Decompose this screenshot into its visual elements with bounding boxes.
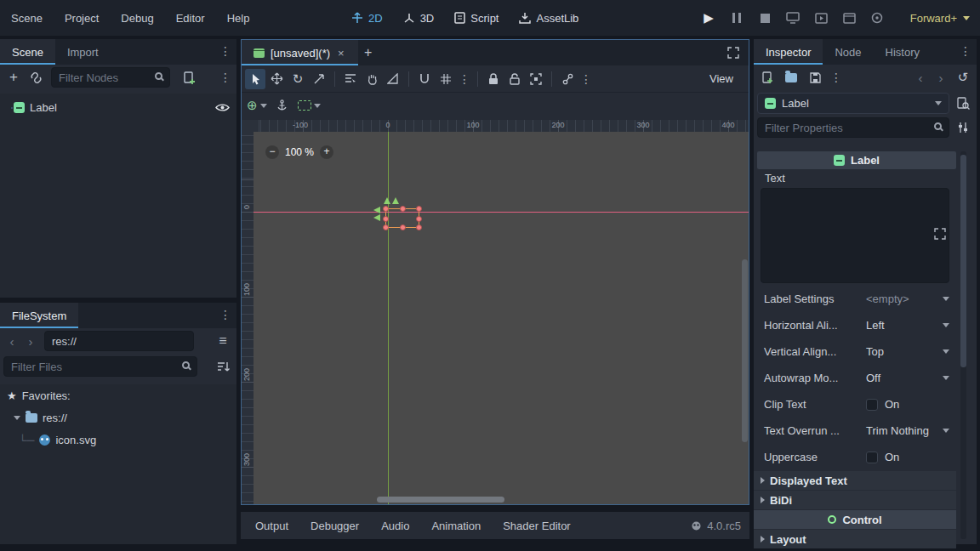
selection-handle[interactable] xyxy=(416,216,422,222)
editor-2d-button[interactable]: 2D xyxy=(345,5,390,31)
text-property-field[interactable] xyxy=(761,188,949,283)
anchor-button[interactable] xyxy=(272,95,293,116)
filter-files-input[interactable] xyxy=(3,356,197,377)
selection-handle[interactable] xyxy=(400,224,406,230)
remote-debug-button[interactable] xyxy=(783,9,802,27)
selection-handle[interactable] xyxy=(383,224,389,230)
new-resource-button[interactable] xyxy=(757,67,778,88)
scene-tree-row-label[interactable]: Label xyxy=(0,96,236,118)
attach-script-button[interactable] xyxy=(179,67,199,88)
visibility-toggle[interactable] xyxy=(215,102,230,113)
scene-tree-options-icon[interactable]: ⋮ xyxy=(218,71,233,84)
stop-button[interactable] xyxy=(755,9,774,27)
unlock-button[interactable] xyxy=(504,69,525,89)
play-scene-button[interactable] xyxy=(812,9,830,27)
list-select-button[interactable] xyxy=(340,69,361,89)
position-widget-button[interactable]: ⊕ xyxy=(247,95,267,116)
zoom-level[interactable]: 100 % xyxy=(285,146,314,158)
text-overrun-dropdown[interactable]: Trim Nothing xyxy=(866,424,949,437)
filesystem-row-iconsvg[interactable]: └─ icon.svg xyxy=(0,429,236,451)
bottom-tab-output[interactable]: Output xyxy=(244,520,299,532)
dock-options-icon[interactable]: ⋮ xyxy=(218,44,233,58)
rotate-tool-button[interactable]: ↻ xyxy=(288,69,308,89)
horizontal-scrollbar[interactable] xyxy=(377,497,504,503)
instance-scene-button[interactable] xyxy=(26,67,46,88)
menu-scene[interactable]: Scene xyxy=(0,0,54,36)
filter-nodes-input[interactable] xyxy=(51,67,170,88)
bottom-tab-audio[interactable]: Audio xyxy=(370,520,420,532)
skeleton-button[interactable] xyxy=(557,69,578,89)
category-label[interactable]: Label xyxy=(757,151,956,169)
uppercase-checkbox[interactable]: On xyxy=(866,451,899,463)
new-scene-tab-button[interactable]: + xyxy=(358,43,379,63)
horizontal-alignment-dropdown[interactable]: Left xyxy=(866,319,949,332)
select-tool-button[interactable] xyxy=(245,69,265,89)
vertical-scrollbar[interactable] xyxy=(742,259,748,442)
skeleton-options-icon[interactable]: ⋮ xyxy=(578,72,594,86)
filter-properties-input[interactable] xyxy=(757,117,949,138)
favorites-row[interactable]: ★ Favorites: xyxy=(0,384,236,406)
editor-script-button[interactable]: Script xyxy=(447,5,505,31)
selection-handle[interactable] xyxy=(383,216,389,222)
property-filter-options-button[interactable] xyxy=(953,117,973,138)
section-layout[interactable]: Layout xyxy=(754,530,956,548)
section-bidi[interactable]: BiDi xyxy=(754,491,956,509)
selection-handle[interactable] xyxy=(383,206,389,212)
resource-options-icon[interactable]: ⋮ xyxy=(829,71,844,84)
play-custom-scene-button[interactable] xyxy=(840,9,858,27)
pan-tool-button[interactable] xyxy=(362,69,382,89)
movie-mode-button[interactable] xyxy=(868,9,886,27)
filesystem-menu-icon[interactable]: ≡ xyxy=(213,331,233,351)
vertical-alignment-dropdown[interactable]: Top xyxy=(866,345,949,358)
edit-forward-icon[interactable]: › xyxy=(932,71,949,85)
dock-options-icon[interactable]: ⋮ xyxy=(958,44,973,58)
tab-history[interactable]: History xyxy=(874,39,932,65)
version-info[interactable]: 4.0.rc5 xyxy=(691,520,741,532)
history-forward-icon[interactable]: › xyxy=(22,334,39,349)
history-back-icon[interactable]: ‹ xyxy=(3,334,20,349)
edit-back-icon[interactable]: ‹ xyxy=(912,71,929,85)
category-control[interactable]: Control xyxy=(754,510,956,529)
label-settings-dropdown[interactable]: <empty> xyxy=(866,293,949,305)
add-node-button[interactable]: + xyxy=(3,67,24,88)
lock-button[interactable] xyxy=(483,69,504,89)
filesystem-row-root[interactable]: res:// xyxy=(0,406,236,429)
tab-node[interactable]: Node xyxy=(823,39,873,65)
anchor-preset-button[interactable] xyxy=(298,95,321,116)
menu-project[interactable]: Project xyxy=(54,0,110,36)
tab-scene[interactable]: Scene xyxy=(0,39,55,65)
save-resource-button[interactable] xyxy=(805,67,825,88)
bottom-tab-shader-editor[interactable]: Shader Editor xyxy=(492,520,582,532)
distraction-free-button[interactable] xyxy=(723,43,744,63)
selected-node-bounds[interactable] xyxy=(385,208,419,228)
menu-editor[interactable]: Editor xyxy=(165,0,216,36)
dock-options-icon[interactable]: ⋮ xyxy=(218,308,233,321)
editor-3d-button[interactable]: 3D xyxy=(396,5,442,31)
scale-tool-button[interactable] xyxy=(309,69,329,89)
canvas-viewport[interactable]: − 100 % + xyxy=(254,132,749,504)
current-path-field[interactable] xyxy=(44,331,194,351)
bottom-tab-debugger[interactable]: Debugger xyxy=(299,520,370,532)
load-resource-button[interactable] xyxy=(781,67,801,88)
move-tool-button[interactable] xyxy=(266,69,287,89)
renderer-select[interactable]: Forward+ xyxy=(910,12,970,25)
menu-debug[interactable]: Debug xyxy=(110,0,164,36)
close-icon[interactable]: × xyxy=(336,47,346,60)
group-button[interactable] xyxy=(526,69,546,89)
editor-assetlib-button[interactable]: AssetLib xyxy=(512,5,585,31)
selection-handle[interactable] xyxy=(416,206,422,212)
pause-button[interactable] xyxy=(727,9,746,27)
scene-tab-unsaved[interactable]: [unsaved](*) × xyxy=(242,40,358,65)
scrollbar-thumb[interactable] xyxy=(960,155,966,367)
smart-snap-button[interactable] xyxy=(414,69,435,89)
selection-handle[interactable] xyxy=(416,224,422,230)
selection-handle[interactable] xyxy=(400,206,406,212)
tab-inspector[interactable]: Inspector xyxy=(754,39,823,65)
grid-snap-button[interactable] xyxy=(436,69,456,89)
object-history-button[interactable]: ↺ xyxy=(953,67,973,88)
zoom-out-button[interactable]: − xyxy=(265,145,279,159)
snap-options-icon[interactable]: ⋮ xyxy=(457,72,472,86)
tab-filesystem[interactable]: FileSystem xyxy=(0,303,78,328)
collapse-icon[interactable] xyxy=(14,416,20,420)
menu-help[interactable]: Help xyxy=(216,0,261,36)
